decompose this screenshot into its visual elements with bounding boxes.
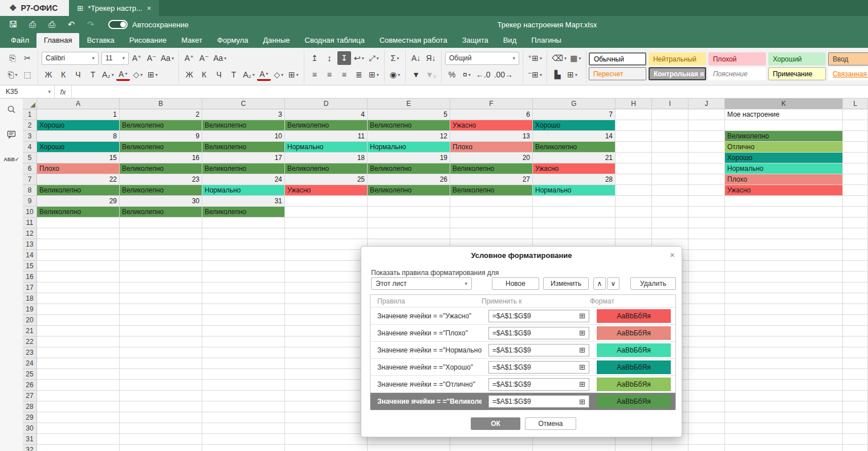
cell-F10[interactable] [450,207,533,218]
cell-C3[interactable]: 10 [202,131,285,142]
font-shrink-icon[interactable]: A⁻ [197,51,211,65]
cell-D22[interactable] [285,337,368,347]
cell-F4[interactable]: Плохо [450,142,533,153]
paste-icon[interactable]: ⎗▾ [6,68,19,81]
fill-color-icon[interactable]: ◇▾ [272,68,286,81]
cell-J18[interactable] [688,293,725,304]
cell-C31[interactable] [202,434,285,445]
cell-H6[interactable] [616,163,652,174]
cell-I9[interactable] [652,196,688,207]
cell-G7[interactable]: 28 [533,174,616,185]
cell-G1[interactable]: 7 [533,109,616,120]
percent-icon[interactable]: % [445,68,459,81]
cell-H4[interactable] [616,142,652,153]
cell-E32[interactable] [368,445,450,451]
cell-D19[interactable] [285,304,368,315]
cell-A11[interactable] [37,218,120,228]
row-header-10[interactable]: 10 [23,207,37,218]
rule-row-4[interactable]: Значение ячейки = ="Хорошо"=$A$1:$G$9⊞Aa… [370,359,675,376]
cell-A7[interactable]: 22 [37,174,120,185]
cell-I8[interactable] [652,185,688,196]
cell-L17[interactable] [843,282,868,293]
cell-J4[interactable] [688,142,725,153]
row-header-32[interactable]: 32 [23,445,37,451]
cell-K30[interactable] [725,423,843,434]
row-header-7[interactable]: 7 [23,174,37,185]
font-grow-icon[interactable]: A⁺ [182,51,196,65]
cell-D25[interactable] [285,369,368,380]
cell-I6[interactable] [652,163,688,174]
cell-C4[interactable]: Великолепно [202,142,285,153]
cell-A28[interactable] [37,401,120,412]
cell-D1[interactable]: 4 [285,109,368,120]
cell-A24[interactable] [37,358,120,369]
cell-G11[interactable] [533,218,616,228]
menu-tab-Файл[interactable]: Файл [3,33,36,48]
cell-E9[interactable] [368,196,450,207]
cell-J22[interactable] [688,337,725,347]
cell-L10[interactable] [843,207,868,218]
cell-L23[interactable] [843,347,868,358]
rule-range-input[interactable]: =$A$1:$G$9⊞ [488,310,589,322]
cell-B8[interactable]: Великолепно [120,185,202,196]
cell-D21[interactable] [285,326,368,337]
menu-tab-Защита[interactable]: Защита [455,33,496,48]
cell-A20[interactable] [37,315,120,326]
cell-K4[interactable]: Отлично [725,142,843,153]
italic-icon[interactable]: К [56,68,70,81]
cell-A4[interactable]: Хорошо [37,142,120,153]
cell-K24[interactable] [725,358,843,369]
cell-B29[interactable] [120,412,202,423]
format-painter-icon[interactable]: ▙ [551,68,564,81]
cell-F5[interactable]: 20 [450,153,533,163]
cell-D27[interactable] [285,391,368,401]
cell-B4[interactable]: Великолепно [120,142,202,153]
row-header-8[interactable]: 8 [23,185,37,196]
align-left-icon[interactable]: ≡ [308,68,321,81]
underline-icon[interactable]: Ч [71,68,85,81]
column-header-K[interactable]: K [725,99,843,109]
cell-K7[interactable]: Плохо [725,174,843,185]
cell-B25[interactable] [120,369,202,380]
borders-icon[interactable]: ⊞▾ [146,68,160,81]
align-bottom-icon[interactable]: ↧ [337,51,351,65]
cell-J29[interactable] [688,412,725,423]
row-header-2[interactable]: 2 [23,120,37,131]
cell-C14[interactable] [202,250,285,261]
rule-range-input[interactable]: =$A$1:$G$9⊞ [488,344,589,356]
cell-D26[interactable] [285,380,368,391]
cell-J10[interactable] [688,207,725,218]
cell-G9[interactable] [533,196,616,207]
font-size-select[interactable]: 11▾ [101,52,129,65]
cell-K14[interactable] [725,250,843,261]
cell-K15[interactable] [725,261,843,272]
column-header-F[interactable]: F [450,99,533,109]
select-range-icon[interactable]: ⊞ [577,397,587,407]
subscript-icon[interactable]: A₂▾ [242,68,256,81]
cell-A3[interactable]: 8 [37,131,120,142]
filter-icon[interactable]: ▼ [409,68,423,81]
cell-K22[interactable] [725,337,843,347]
cell-D28[interactable] [285,401,368,412]
cell-K11[interactable] [725,218,843,228]
menu-tab-Главная[interactable]: Главная [36,33,79,48]
cell-G12[interactable] [533,228,616,239]
cell-J28[interactable] [688,401,725,412]
cell-J5[interactable] [688,153,725,163]
select-range-icon[interactable]: ⊞ [577,379,587,389]
align-right-icon[interactable]: ≡ [337,68,351,81]
cell-D29[interactable] [285,412,368,423]
cell-A5[interactable]: 15 [37,153,120,163]
delete-rule-button[interactable]: Удалить [630,277,676,290]
cell-D32[interactable] [285,445,368,451]
cell-L24[interactable] [843,358,868,369]
cell-A13[interactable] [37,239,120,250]
new-rule-button[interactable]: Новое [492,277,539,290]
formula-input[interactable] [72,85,868,98]
cell-I7[interactable] [652,174,688,185]
cell-D18[interactable] [285,293,368,304]
cell-B23[interactable] [120,347,202,358]
cut-icon[interactable]: ✂ [21,51,34,65]
cell-D17[interactable] [285,282,368,293]
cell-D24[interactable] [285,358,368,369]
